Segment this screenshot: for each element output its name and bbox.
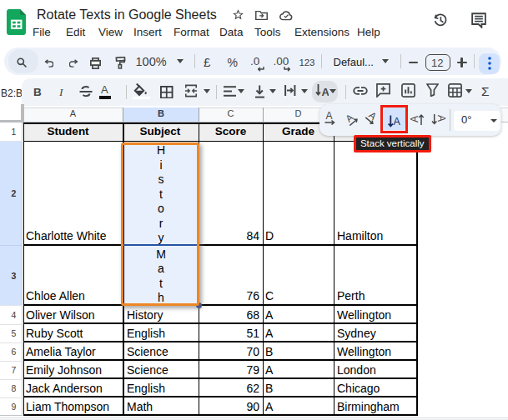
svg-text:A: A	[435, 115, 447, 122]
svg-text:A: A	[322, 86, 329, 98]
svg-text:A: A	[326, 110, 333, 122]
